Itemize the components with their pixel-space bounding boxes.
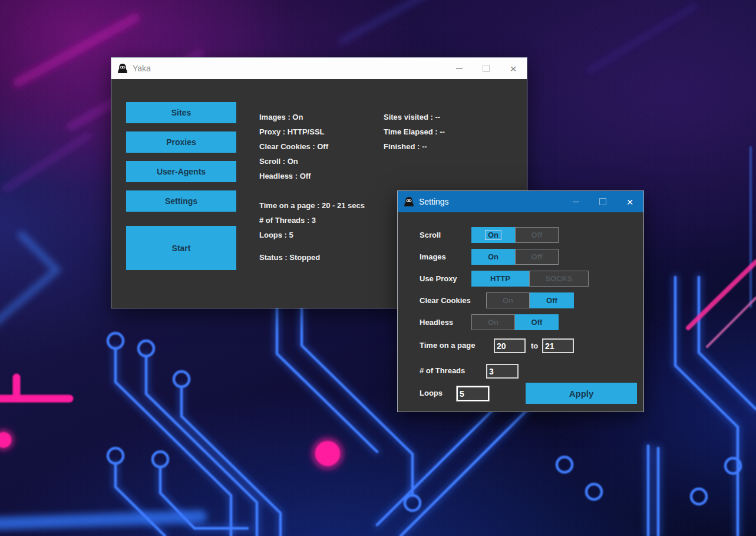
threads-input[interactable] [486, 364, 519, 379]
minimize-icon [456, 68, 463, 69]
threads-label: # of Threads [420, 363, 465, 378]
maximize-icon [599, 198, 606, 205]
stat-finished: Finished : -- [384, 139, 445, 154]
close-button[interactable]: × [616, 191, 643, 212]
scroll-off-option[interactable]: Off [515, 227, 559, 243]
use-proxy-label: Use Proxy [420, 271, 457, 287]
maximize-button[interactable] [589, 191, 616, 212]
param-time-on-page: Time on a page : 20 - 21 secs [259, 198, 365, 213]
minimize-button[interactable] [562, 191, 589, 212]
maximize-icon [483, 65, 490, 72]
images-toggle: On Off [471, 249, 559, 265]
apply-button[interactable]: Apply [526, 383, 637, 404]
clear-cookies-label: Clear Cookies [420, 292, 471, 308]
close-button[interactable]: × [500, 58, 527, 79]
time-to-input[interactable] [542, 338, 574, 353]
proxies-button[interactable]: Proxies [126, 131, 236, 153]
settings-button[interactable]: Settings [126, 190, 236, 212]
headless-toggle: On Off [471, 314, 559, 330]
cookies-off-option[interactable]: Off [530, 292, 574, 308]
stat-sites-visited: Sites visited : -- [384, 110, 445, 124]
main-window-title: Yaka [133, 64, 151, 73]
start-button[interactable]: Start [126, 226, 236, 270]
loops-label: Loops [420, 386, 443, 400]
clear-cookies-toggle: On Off [486, 292, 574, 308]
status-cookies: Clear Cookies : Off [259, 139, 365, 154]
proxy-http-option[interactable]: HTTP [471, 271, 529, 287]
headless-label: Headless [420, 314, 453, 330]
status-state: Status : Stopped [259, 250, 365, 265]
loops-input[interactable] [457, 386, 489, 401]
settings-titlebar[interactable]: Settings × [398, 191, 643, 212]
time-on-page-label: Time on a page [420, 338, 475, 353]
images-label: Images [420, 249, 446, 265]
user-agents-button[interactable]: User-Agents [126, 161, 236, 182]
sites-button[interactable]: Sites [126, 102, 236, 123]
minimize-button[interactable] [445, 58, 473, 79]
time-from-input[interactable] [494, 338, 526, 353]
param-loops: Loops : 5 [259, 228, 365, 242]
images-on-option[interactable]: On [471, 249, 515, 265]
images-off-option[interactable]: Off [515, 249, 559, 265]
status-proxy: Proxy : HTTP/SSL [259, 124, 365, 139]
minimize-icon [573, 202, 579, 202]
proxy-socks-option[interactable]: SOCKS [529, 271, 589, 287]
scroll-on-option[interactable]: On [471, 227, 515, 243]
headless-off-option[interactable]: Off [515, 314, 559, 330]
settings-window-title: Settings [419, 197, 449, 206]
status-images: Images : On [259, 110, 365, 124]
scroll-label: Scroll [420, 227, 441, 243]
close-icon: × [510, 63, 516, 74]
status-scroll: Scroll : On [259, 154, 365, 169]
param-threads: # of Threads : 3 [259, 213, 365, 228]
ninja-app-icon [404, 196, 414, 207]
desktop: Yaka × Sites Proxies User-Agents Setting… [0, 0, 756, 536]
maximize-button[interactable] [473, 58, 500, 79]
ninja-app-icon [117, 63, 128, 74]
time-to-separator: to [531, 341, 538, 350]
stat-time-elapsed: Time Elapsed : -- [384, 124, 445, 139]
status-column: Images : On Proxy : HTTP/SSL Clear Cooki… [259, 110, 365, 265]
headless-on-option[interactable]: On [471, 314, 515, 330]
use-proxy-toggle: HTTP SOCKS [471, 271, 589, 287]
status-headless: Headless : Off [259, 169, 365, 183]
settings-window: Settings × Scroll On Off Images On Off U… [397, 190, 644, 412]
stats-column: Sites visited : -- Time Elapsed : -- Fin… [384, 110, 445, 154]
close-icon: × [626, 196, 633, 208]
cookies-on-option[interactable]: On [486, 292, 530, 308]
main-titlebar[interactable]: Yaka × [111, 58, 527, 79]
scroll-toggle: On Off [471, 227, 559, 243]
